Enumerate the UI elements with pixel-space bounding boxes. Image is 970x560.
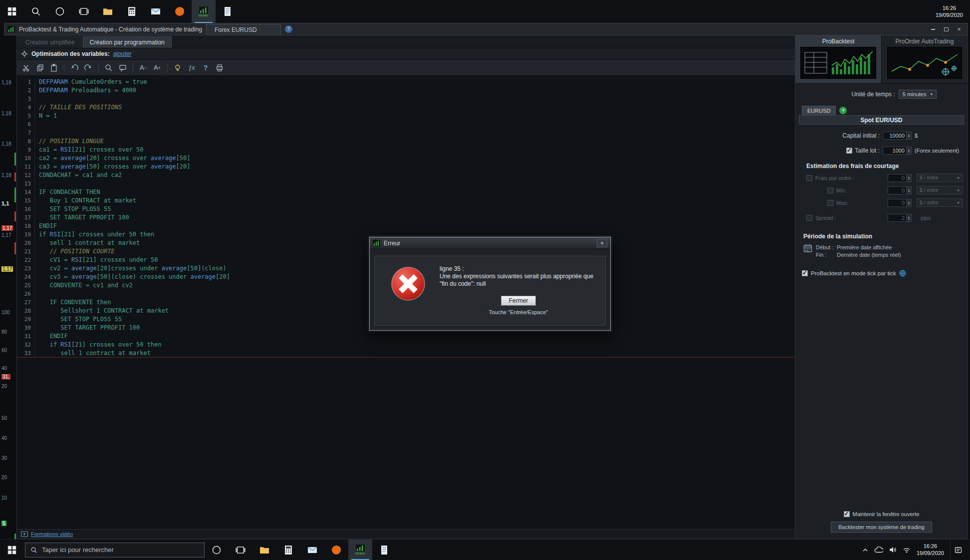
fee-input[interactable]: 0 <box>888 174 907 182</box>
code-line-11[interactable]: 11ca3 = average[50] crosses over average… <box>17 163 795 171</box>
capital-input[interactable]: 10000 <box>883 132 907 140</box>
add-instrument-icon[interactable]: + <box>839 107 847 114</box>
redo-icon[interactable] <box>82 62 94 74</box>
code-line-12[interactable]: 12CONDACHAT = ca1 and ca2 <box>17 171 795 180</box>
firefox-icon[interactable] <box>324 540 348 560</box>
tab-creation-programmation[interactable]: Création par programmation <box>83 36 172 48</box>
spinner-icon[interactable]: ▲▼ <box>907 199 912 207</box>
lot-input[interactable]: 1000 <box>883 147 907 155</box>
tab-probacktest[interactable]: ProBacktest <box>795 35 881 84</box>
tab-eurusd[interactable]: EURUSD <box>802 106 836 115</box>
formations-video-link[interactable]: Formations vidéo <box>31 531 73 537</box>
calculator-icon[interactable] <box>276 540 300 560</box>
fee-unit-select[interactable]: $ / ordre▾ <box>917 198 963 207</box>
code-line-32[interactable]: 32 if RSI[21] crosses over 50 then <box>17 341 795 349</box>
fee-checkbox[interactable] <box>806 175 812 181</box>
copy-icon[interactable] <box>34 62 46 74</box>
code-line-17[interactable]: 17 SET TARGET PPROFIT 100 <box>17 213 795 222</box>
search-code-icon[interactable] <box>103 62 115 74</box>
spinner-icon[interactable]: ▲▼ <box>907 214 912 222</box>
print-icon[interactable] <box>214 62 226 74</box>
fee-unit-select[interactable]: $ / ordre▾ <box>917 186 963 194</box>
calculator-icon[interactable] <box>120 0 144 23</box>
task-view-icon[interactable] <box>229 540 252 560</box>
code-line-10[interactable]: 10ca2 = average[20] crosses over average… <box>17 154 795 163</box>
document-tab-forex-eurusd[interactable]: Forex EURUSD <box>206 24 281 35</box>
tab-creation-simplifiee[interactable]: Création simplifiée <box>18 36 82 48</box>
mail-icon[interactable] <box>144 0 168 23</box>
code-line-31[interactable]: 31 ENDIF <box>17 332 795 341</box>
notes-icon[interactable] <box>372 540 396 560</box>
hint-icon[interactable] <box>172 62 184 74</box>
close-button[interactable]: × <box>954 25 965 33</box>
file-explorer-icon[interactable] <box>252 540 276 560</box>
code-line-15[interactable]: 15 Buy 1 CONTRACT at market <box>17 196 795 205</box>
spread-input[interactable]: 2 <box>888 214 907 222</box>
code-line-7[interactable]: 7 <box>17 129 795 137</box>
spinner-icon[interactable]: ▲▼ <box>907 174 912 182</box>
function-icon[interactable]: ƒx <box>186 62 198 74</box>
minimize-button[interactable] <box>928 25 939 33</box>
code-line-8[interactable]: 8// POSITION LONGUE <box>17 137 795 146</box>
spinner-icon[interactable]: ▲▼ <box>907 147 912 155</box>
spread-checkbox[interactable] <box>806 215 812 221</box>
undo-icon[interactable] <box>68 62 80 74</box>
dialog-titlebar[interactable]: Erreur × <box>370 237 610 249</box>
spinner-icon[interactable]: ▲▼ <box>907 132 912 140</box>
cut-icon[interactable] <box>20 62 32 74</box>
font-decrease-icon[interactable]: A− <box>137 62 149 74</box>
search-icon[interactable] <box>24 0 48 23</box>
code-line-18[interactable]: 18ENDIF <box>17 222 795 230</box>
code-line-6[interactable]: 6 <box>17 120 795 129</box>
code-line-16[interactable]: 16 SET STOP PLOSS 55 <box>17 205 795 213</box>
tab-proorder-autotrading[interactable]: ProOrder AutoTrading <box>881 35 968 84</box>
tray-chevron-icon[interactable] <box>862 540 868 560</box>
font-increase-icon[interactable]: A+ <box>151 62 163 74</box>
timeframe-select[interactable]: 5 minutes▾ <box>899 90 937 99</box>
fermer-button[interactable]: Fermer <box>501 296 536 306</box>
notification-center-icon[interactable] <box>950 540 966 560</box>
code-line-4[interactable]: 4// TAILLE DES POSITIONS <box>17 103 795 112</box>
cortana-icon[interactable] <box>205 540 229 560</box>
clock[interactable]: 16:26 19/09/2020 <box>917 543 944 557</box>
code-line-5[interactable]: 5N = 1 <box>17 112 795 120</box>
maximize-button[interactable] <box>941 25 952 33</box>
start-button[interactable] <box>0 540 24 560</box>
code-line-9[interactable]: 9ca1 = RSI[21] crosses over 50 <box>17 146 795 154</box>
onedrive-cloud-icon[interactable] <box>874 540 883 560</box>
code-line-3[interactable]: 3 <box>17 95 795 103</box>
add-variable-link[interactable]: ajouter <box>113 50 132 57</box>
network-icon[interactable] <box>903 540 911 560</box>
lot-checkbox[interactable] <box>846 148 852 154</box>
tick-checkbox[interactable] <box>802 270 808 276</box>
clock[interactable]: 16:26 19/09/2020 <box>929 4 970 19</box>
window-titlebar[interactable]: ProBacktest & Trading Automatique - Créa… <box>4 23 968 35</box>
firefox-icon[interactable] <box>168 0 192 23</box>
fee-input[interactable]: 0 <box>888 199 907 207</box>
help-code-icon[interactable]: ? <box>200 62 212 74</box>
taskbar-search-input[interactable]: Taper ici pour rechercher <box>25 543 205 558</box>
code-line-2[interactable]: 2DEFPARAM Preloadbars = 4000 <box>17 86 795 95</box>
task-view-icon[interactable] <box>72 0 96 23</box>
fee-unit-select[interactable]: $ / ordre▾ <box>917 174 963 182</box>
notes-icon[interactable] <box>216 0 240 23</box>
prorealtime-icon[interactable]: DEMO <box>192 0 216 23</box>
code-line-33[interactable]: 33 sell 1 contract at market <box>17 349 795 358</box>
fee-checkbox[interactable] <box>827 187 833 193</box>
help-icon[interactable]: ? <box>285 25 292 33</box>
dialog-close-icon[interactable]: × <box>597 239 607 247</box>
code-line-1[interactable]: 1DEFPARAM CumulateOrders = true <box>17 78 795 86</box>
comment-icon[interactable] <box>117 62 129 74</box>
code-line-13[interactable]: 13 <box>17 180 795 188</box>
cortana-icon[interactable] <box>48 0 72 23</box>
paste-icon[interactable] <box>48 62 60 74</box>
keep-open-checkbox[interactable] <box>844 511 850 517</box>
fee-checkbox[interactable] <box>827 200 833 206</box>
code-line-14[interactable]: 14IF CONDACHAT THEN <box>17 188 795 196</box>
volume-icon[interactable] <box>889 540 897 560</box>
mail-icon[interactable] <box>300 540 324 560</box>
start-button[interactable] <box>0 0 24 23</box>
fee-input[interactable]: 0 <box>888 187 907 194</box>
file-explorer-icon[interactable] <box>96 0 120 23</box>
spinner-icon[interactable]: ▲▼ <box>907 187 912 194</box>
